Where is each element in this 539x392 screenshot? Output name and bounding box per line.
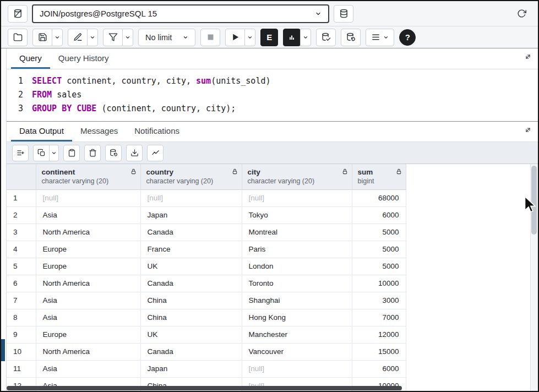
row-number[interactable]: 4 [7, 241, 36, 258]
execute-button[interactable] [225, 29, 245, 46]
column-header-country[interactable]: countrycharacter varying (20) [140, 164, 242, 189]
disconnect-database-button[interactable] [8, 5, 28, 23]
filter-button[interactable] [103, 29, 123, 46]
row-number[interactable]: 10 [7, 343, 36, 360]
edit-dropdown-button[interactable] [87, 29, 98, 46]
row-number[interactable]: 8 [7, 309, 36, 326]
column-header-city[interactable]: citycharacter varying (20) [242, 164, 352, 189]
cell-city[interactable]: Shanghai [242, 292, 352, 309]
cell-continent[interactable]: Asia [36, 292, 140, 309]
tab-notifications[interactable]: Notifications [126, 122, 188, 141]
cell-continent[interactable]: Asia [36, 360, 140, 377]
cell-city[interactable]: [null] [242, 360, 352, 377]
copy-dropdown-button[interactable] [49, 145, 59, 161]
cell-city[interactable]: Paris [242, 241, 352, 258]
paste-button[interactable] [63, 145, 80, 161]
download-results-button[interactable] [126, 145, 143, 161]
macros-button[interactable] [366, 29, 394, 46]
cell-country[interactable]: China [140, 309, 242, 326]
row-number[interactable]: 9 [7, 326, 36, 343]
connection-selector[interactable]: JOIN/postgres@PostgreSQL 15 [32, 4, 329, 23]
open-file-button[interactable] [8, 29, 28, 46]
cell-country[interactable]: Canada [140, 224, 242, 241]
cell-city[interactable]: Hong Kong [242, 309, 352, 326]
graph-visualiser-button[interactable] [147, 145, 164, 161]
cell-sum[interactable]: 15000 [352, 343, 406, 360]
cell-continent[interactable]: Asia [36, 309, 140, 326]
row-number[interactable]: 7 [7, 292, 36, 309]
cell-city[interactable]: Toronto [242, 275, 352, 292]
expand-output-button[interactable] [525, 127, 531, 135]
rollback-button[interactable] [341, 29, 361, 46]
edit-button[interactable] [68, 29, 88, 46]
save-dropdown-button[interactable] [52, 29, 63, 46]
cell-sum[interactable]: 6000 [352, 360, 406, 377]
explain-analyze-button[interactable] [283, 29, 301, 46]
cell-city[interactable]: Tokyo [242, 206, 352, 224]
cell-country[interactable]: China [140, 292, 242, 309]
explain-analyze-dropdown-button[interactable] [300, 29, 311, 46]
cell-country[interactable]: [null] [140, 189, 242, 206]
help-button[interactable]: ? [399, 29, 416, 46]
cell-continent[interactable]: North America [36, 275, 140, 292]
cell-sum[interactable]: 7000 [352, 309, 406, 326]
cell-continent[interactable]: Asia [36, 206, 140, 224]
cell-continent[interactable]: Europe [36, 326, 140, 343]
sql-line[interactable]: 1SELECT continent, country, city, sum(un… [7, 74, 538, 88]
row-number[interactable]: 5 [7, 258, 36, 275]
cell-sum[interactable]: 68000 [352, 189, 406, 206]
cell-city[interactable]: London [242, 258, 352, 275]
add-row-button[interactable] [12, 145, 29, 161]
explain-button[interactable]: E [260, 29, 278, 46]
tab-data-output[interactable]: Data Output [11, 122, 72, 141]
cell-city[interactable]: Manchester [242, 326, 352, 343]
cell-city[interactable]: Montreal [242, 224, 352, 241]
cell-continent[interactable]: Europe [36, 241, 140, 258]
cell-country[interactable]: Japan [140, 360, 242, 377]
cell-sum[interactable]: 3000 [352, 292, 406, 309]
cell-city[interactable]: Vancouver [242, 343, 352, 360]
row-limit-select[interactable]: No limit [138, 29, 195, 46]
cell-country[interactable]: Japan [140, 206, 242, 224]
copy-button[interactable] [33, 145, 50, 161]
column-header-continent[interactable]: continentcharacter varying (20) [36, 164, 140, 189]
cell-country[interactable]: France [140, 241, 242, 258]
cell-city[interactable]: [null] [242, 189, 352, 206]
cell-sum[interactable]: 12000 [352, 326, 406, 343]
horizontal-scrollbar[interactable] [7, 385, 530, 391]
tab-query[interactable]: Query [11, 48, 50, 69]
new-connection-button[interactable] [334, 5, 353, 23]
vertical-scrollbar[interactable] [530, 164, 538, 391]
sql-editor[interactable]: 1SELECT continent, country, city, sum(un… [7, 69, 538, 121]
row-number[interactable]: 3 [7, 224, 36, 241]
tab-query-history[interactable]: Query History [50, 48, 117, 69]
refresh-button[interactable] [511, 5, 531, 23]
cell-sum[interactable]: 5000 [352, 258, 406, 275]
column-header-sum[interactable]: sumbigint [352, 164, 406, 189]
cell-country[interactable]: UK [140, 326, 242, 343]
cell-country[interactable]: UK [140, 258, 242, 275]
expand-editor-button[interactable] [525, 53, 531, 62]
cell-country[interactable]: Canada [140, 275, 242, 292]
filter-dropdown-button[interactable] [122, 29, 133, 46]
cell-sum[interactable]: 5000 [352, 241, 406, 258]
cell-continent[interactable]: Europe [36, 258, 140, 275]
row-number[interactable]: 1 [7, 189, 36, 206]
vertical-scrollbar-thumb[interactable] [531, 166, 537, 235]
cell-continent[interactable]: North America [36, 224, 140, 241]
cell-sum[interactable]: 5000 [352, 224, 406, 241]
cell-continent[interactable]: [null] [36, 189, 140, 206]
row-number[interactable]: 2 [7, 206, 36, 224]
horizontal-scrollbar-thumb[interactable] [7, 386, 402, 390]
sql-line[interactable]: 2FROM sales [7, 88, 538, 102]
sql-line[interactable]: 3GROUP BY CUBE (continent, country, city… [7, 102, 538, 116]
cell-continent[interactable]: North America [36, 343, 140, 360]
tab-messages[interactable]: Messages [72, 122, 126, 141]
cell-country[interactable]: Canada [140, 343, 242, 360]
cell-sum[interactable]: 6000 [352, 206, 406, 224]
row-number[interactable]: 6 [7, 275, 36, 292]
save-data-changes-button[interactable] [105, 145, 122, 161]
row-number[interactable]: 11 [7, 360, 36, 377]
stop-button[interactable] [200, 29, 220, 46]
commit-button[interactable] [316, 29, 336, 46]
